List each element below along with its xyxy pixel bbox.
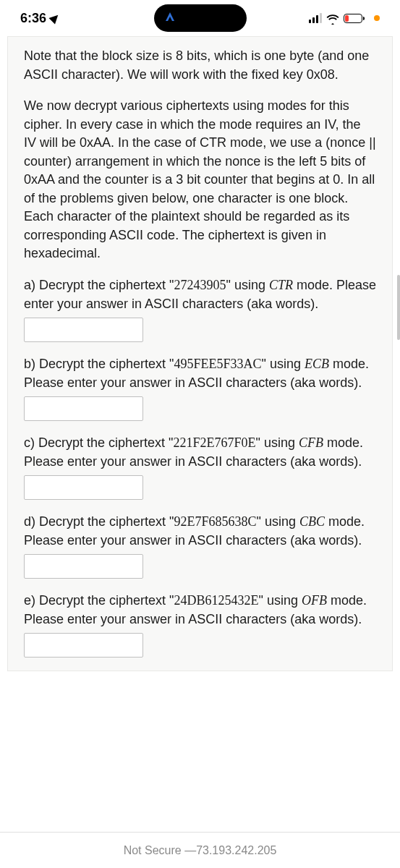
- question-a-code: 27243905: [174, 278, 226, 292]
- answer-input-e[interactable]: [24, 633, 143, 658]
- question-b-mode: ECB: [305, 357, 329, 371]
- dynamic-island: [154, 4, 247, 32]
- question-e-pre: e) Decrypt the ciphertext ": [24, 593, 174, 608]
- question-a: a) Decrypt the ciphertext "27243905" usi…: [24, 276, 376, 342]
- status-time-group: 6:36: [20, 11, 59, 26]
- question-e-code: 24DB6125432E: [174, 593, 258, 608]
- battery-icon: [344, 14, 362, 23]
- question-c-pre: c) Decrypt the ciphertext ": [24, 435, 173, 450]
- question-e: e) Decrypt the ciphertext "24DB6125432E"…: [24, 592, 376, 658]
- cell-signal-icon: [309, 13, 322, 23]
- location-arrow-icon: [49, 12, 61, 25]
- answer-input-b[interactable]: [24, 396, 143, 421]
- question-c: c) Decrypt the ciphertext "221F2E767F0E"…: [24, 434, 376, 500]
- app-logo-icon: [164, 10, 176, 26]
- status-bar: 6:36: [0, 0, 400, 36]
- host-label: 73.193.242.205: [196, 844, 276, 857]
- intro-paragraph-2: We now decrypt various ciphertexts using…: [24, 97, 376, 263]
- wifi-icon: [326, 13, 339, 23]
- question-d: d) Decrypt the ciphertext "92E7F685638C"…: [24, 513, 376, 579]
- question-a-pre: a) Decrypt the ciphertext ": [24, 278, 174, 292]
- question-b-code: 495FEE5F33AC: [174, 357, 261, 371]
- status-time: 6:36: [20, 11, 46, 26]
- intro-paragraph-1: Note that the block size is 8 bits, whic…: [24, 47, 376, 84]
- question-a-mode: CTR: [269, 278, 293, 292]
- address-bar[interactable]: Not Secure — 73.193.242.205: [0, 832, 400, 868]
- question-c-code: 221F2E767F0E: [173, 435, 255, 450]
- answer-input-a[interactable]: [24, 318, 143, 342]
- question-c-mid: " using: [255, 435, 298, 450]
- question-e-mid: " using: [258, 593, 301, 608]
- question-d-mode: CBC: [299, 514, 325, 529]
- question-a-mid: " using: [226, 278, 268, 292]
- security-label: Not Secure —: [124, 844, 196, 857]
- question-e-mode: OFB: [302, 593, 327, 608]
- privacy-indicator-icon: [374, 15, 380, 21]
- page-content: Note that the block size is 8 bits, whic…: [7, 36, 393, 671]
- question-b-pre: b) Decrypt the ciphertext ": [24, 357, 174, 371]
- answer-input-c[interactable]: [24, 475, 143, 500]
- question-d-pre: d) Decrypt the ciphertext ": [24, 514, 174, 529]
- question-b: b) Decrypt the ciphertext "495FEE5F33AC"…: [24, 355, 376, 421]
- question-d-mid: " using: [257, 514, 299, 529]
- question-b-mid: " using: [262, 357, 305, 371]
- scrollbar-thumb[interactable]: [397, 275, 400, 340]
- question-d-code: 92E7F685638C: [174, 514, 256, 529]
- question-c-mode: CFB: [299, 435, 323, 450]
- status-right-group: [309, 13, 380, 23]
- answer-input-d[interactable]: [24, 554, 143, 579]
